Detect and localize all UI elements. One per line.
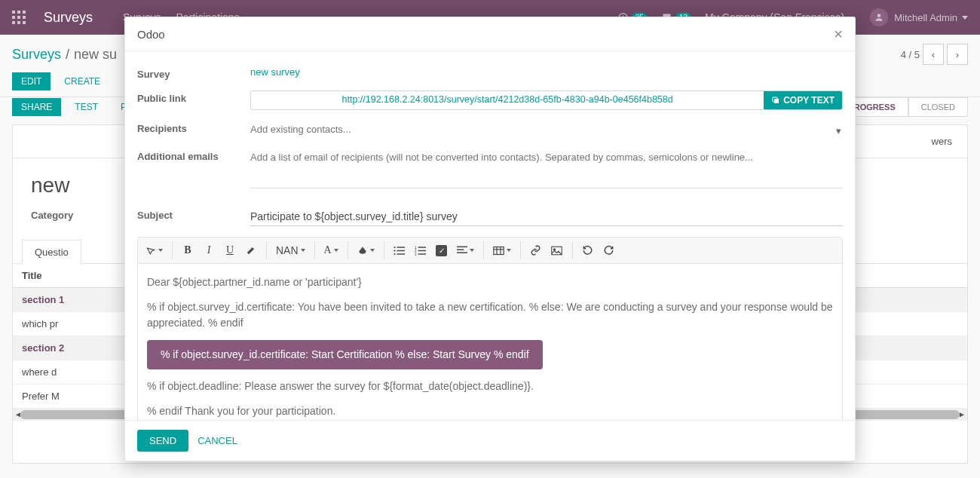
highlight-button[interactable]	[245, 245, 257, 256]
body-thanks: % endif Thank you for your participation…	[147, 403, 833, 419]
svg-point-6	[394, 250, 396, 251]
emails-label: Additional emails	[137, 149, 250, 162]
share-modal: Odoo × Survey new survey Public link htt…	[124, 17, 856, 461]
svg-point-4	[394, 246, 396, 247]
survey-name-link[interactable]: new survey	[250, 66, 300, 78]
align-dropdown[interactable]	[457, 246, 474, 255]
public-link-bar: http://192.168.2.24:8013/survey/start/42…	[250, 90, 843, 110]
checklist-button[interactable]: ✓	[436, 245, 448, 256]
body-intro: % if object.survey_id.certificate: You h…	[147, 299, 833, 331]
modal-title: Odoo	[137, 28, 165, 41]
bullet-list-button[interactable]	[394, 246, 406, 256]
copy-text-button[interactable]: COPY TEXT	[764, 91, 842, 109]
rte-toolbar: B I U NAN A 123 ✓	[138, 237, 842, 264]
rte-content[interactable]: Dear ${object.partner_id.name or 'partic…	[138, 264, 842, 420]
italic-button[interactable]: I	[203, 244, 215, 256]
table-dropdown[interactable]	[493, 246, 511, 256]
survey-label: Survey	[137, 66, 250, 80]
subject-label: Subject	[137, 207, 250, 221]
bold-button[interactable]: B	[182, 244, 194, 256]
modal-header: Odoo ×	[125, 17, 855, 51]
bg-color-dropdown[interactable]	[357, 245, 375, 256]
svg-rect-9	[397, 253, 406, 255]
font-size-dropdown[interactable]: NAN	[276, 244, 305, 256]
copy-icon	[771, 96, 780, 105]
text-color-dropdown[interactable]: A	[324, 244, 338, 256]
body-cta-button[interactable]: % if object.survey_id.certificate: Start…	[147, 340, 543, 369]
link-button[interactable]	[530, 245, 542, 256]
svg-text:3: 3	[415, 252, 417, 256]
format-dropdown[interactable]	[145, 245, 163, 256]
subject-input[interactable]	[250, 207, 843, 226]
svg-rect-2	[774, 99, 779, 103]
svg-rect-11	[418, 247, 427, 248]
svg-rect-17	[457, 249, 464, 250]
ordered-list-button[interactable]: 123	[415, 246, 427, 256]
close-icon[interactable]: ×	[834, 26, 843, 41]
svg-rect-5	[397, 247, 406, 248]
public-link-label: Public link	[137, 90, 250, 104]
modal-footer: Send Cancel	[125, 420, 855, 461]
svg-point-8	[394, 253, 396, 254]
svg-rect-7	[397, 250, 406, 251]
modal-body: Survey new survey Public link http://192…	[125, 51, 855, 420]
svg-rect-13	[418, 250, 427, 251]
emails-textarea[interactable]	[250, 149, 843, 188]
recipients-label: Recipients	[137, 121, 250, 134]
underline-button[interactable]: U	[224, 244, 236, 256]
svg-rect-19	[494, 247, 504, 254]
recipients-input[interactable]	[250, 121, 843, 138]
chevron-down-icon[interactable]: ▾	[836, 125, 841, 136]
svg-rect-16	[457, 247, 467, 248]
public-link-url[interactable]: http://192.168.2.24:8013/survey/start/42…	[251, 91, 764, 109]
svg-rect-18	[457, 252, 467, 253]
rich-text-editor: B I U NAN A 123 ✓	[137, 237, 843, 420]
svg-rect-15	[418, 253, 427, 255]
body-deadline: % if object.deadline: Please answer the …	[147, 378, 833, 394]
cancel-button[interactable]: Cancel	[198, 435, 237, 446]
redo-button[interactable]	[603, 245, 615, 256]
body-greeting: Dear ${object.partner_id.name or 'partic…	[147, 274, 833, 290]
undo-button[interactable]	[582, 245, 594, 256]
send-button[interactable]: Send	[137, 430, 188, 452]
image-button[interactable]	[551, 246, 563, 256]
